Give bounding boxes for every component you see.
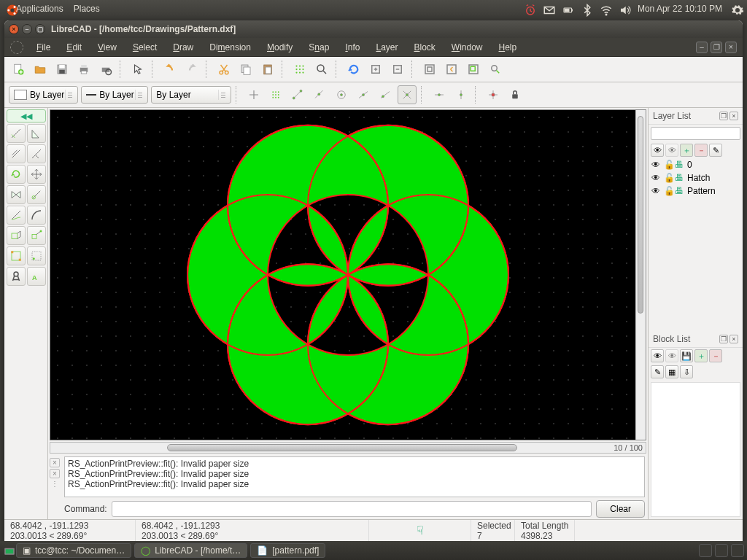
gear-icon[interactable] xyxy=(731,4,741,14)
tool-measure[interactable] xyxy=(7,267,26,286)
tool-rotate[interactable] xyxy=(7,165,26,184)
layer-remove-button[interactable]: － xyxy=(694,144,708,157)
menu-file[interactable]: File xyxy=(29,40,58,55)
tool-line[interactable] xyxy=(7,124,26,143)
tool-mirror[interactable] xyxy=(7,185,26,204)
restrict-horiz-button[interactable] xyxy=(430,85,449,104)
copy-button[interactable] xyxy=(236,60,255,79)
layer-showall-button[interactable]: 👁 xyxy=(651,144,664,157)
tool-arc[interactable] xyxy=(27,206,46,225)
undo-button[interactable] xyxy=(160,60,179,79)
tool-trim[interactable] xyxy=(7,206,26,225)
snap-intersection-button[interactable] xyxy=(398,85,417,104)
print-button[interactable] xyxy=(74,60,93,79)
redraw-button[interactable] xyxy=(344,60,363,79)
block-rename-button[interactable]: ✎ xyxy=(651,365,664,378)
tool-angle[interactable] xyxy=(27,124,46,143)
tool-text[interactable]: A xyxy=(27,267,46,286)
task-terminal[interactable]: ▣tcc@tcc: ~/Documen… xyxy=(16,543,131,558)
menu-layer[interactable]: Layer xyxy=(368,40,405,55)
tool-offset[interactable] xyxy=(27,246,46,265)
menu-places[interactable]: Places xyxy=(74,4,100,14)
tool-move[interactable] xyxy=(27,165,46,184)
volume-icon[interactable] xyxy=(619,4,629,14)
layer-filter-input[interactable] xyxy=(651,127,740,140)
tray-icon[interactable] xyxy=(731,544,744,557)
zoom-auto-button[interactable] xyxy=(420,60,439,79)
linetype-combo[interactable]: By Layer xyxy=(81,86,148,104)
block-remove-button[interactable]: － xyxy=(709,349,722,362)
panel-undock-icon[interactable]: ❐ xyxy=(719,335,728,343)
snap-middle-button[interactable] xyxy=(354,85,373,104)
tool-perp[interactable] xyxy=(27,144,46,163)
panel-undock-icon[interactable]: ❐ xyxy=(719,112,728,120)
tool-scale[interactable] xyxy=(27,185,46,204)
color-combo[interactable]: By Layer xyxy=(9,86,78,104)
layer-hideall-button[interactable]: 👁 xyxy=(665,144,678,157)
restrict-vert-button[interactable] xyxy=(452,85,471,104)
zoom-button[interactable] xyxy=(312,60,331,79)
window-minimize-button[interactable]: – xyxy=(22,24,32,34)
log-close-icon[interactable]: × xyxy=(50,458,60,467)
menu-modify[interactable]: Modify xyxy=(260,40,300,55)
layer-item[interactable]: 👁🔓🖶0 xyxy=(649,158,743,171)
tool-bound[interactable] xyxy=(7,246,26,265)
open-button[interactable] xyxy=(31,60,50,79)
menu-info[interactable]: Info xyxy=(338,40,367,55)
menu-edit[interactable]: Edit xyxy=(59,40,89,55)
save-button[interactable] xyxy=(53,60,71,79)
layer-add-button[interactable]: ＋ xyxy=(680,144,693,157)
new-button[interactable] xyxy=(9,60,28,79)
zoom-out-button[interactable] xyxy=(388,60,407,79)
zoom-in-button[interactable] xyxy=(366,60,385,79)
redo-button[interactable] xyxy=(182,60,201,79)
menu-window[interactable]: Window xyxy=(444,40,490,55)
bluetooth-icon[interactable] xyxy=(581,4,591,14)
pointer-button[interactable] xyxy=(128,60,147,79)
panel-close-icon[interactable]: × xyxy=(729,112,738,120)
vertical-scrollbar[interactable] xyxy=(635,110,646,440)
zoom-window-button[interactable] xyxy=(464,60,483,79)
paste-button[interactable] xyxy=(258,60,277,79)
block-add-button[interactable]: ＋ xyxy=(694,349,708,362)
block-save-button[interactable]: 💾 xyxy=(680,349,693,362)
snap-free-button[interactable] xyxy=(244,85,263,104)
relative-zero-button[interactable] xyxy=(484,85,503,104)
clock[interactable]: Mon Apr 22 10:10 PM xyxy=(638,4,722,14)
block-edit-button[interactable]: ▦ xyxy=(665,365,678,378)
menu-applications[interactable]: Applications xyxy=(16,4,63,14)
tool-align[interactable] xyxy=(27,226,46,245)
titlebar[interactable]: × – ▢ LibreCAD - [/home/tcc/Drawings/Pat… xyxy=(4,20,743,38)
mdi-restore-icon[interactable]: ❐ xyxy=(711,42,722,53)
horizontal-scrollbar[interactable]: 10 / 100 xyxy=(50,442,646,454)
snap-on-entity-button[interactable] xyxy=(310,85,329,104)
tool-parallel[interactable] xyxy=(7,144,26,163)
snap-center-button[interactable] xyxy=(332,85,351,104)
tray-icon[interactable] xyxy=(715,544,728,557)
menu-help[interactable]: Help xyxy=(492,40,525,55)
snap-grid-button[interactable] xyxy=(266,85,285,104)
layer-item[interactable]: 👁🔓🖶Hatch xyxy=(649,171,743,184)
menu-select[interactable]: Select xyxy=(125,40,164,55)
drawing-canvas[interactable] xyxy=(50,109,646,440)
window-close-button[interactable]: × xyxy=(9,24,19,34)
show-desktop-icon[interactable] xyxy=(3,545,13,556)
window-maximize-button[interactable]: ▢ xyxy=(35,24,45,34)
panel-close-icon[interactable]: × xyxy=(729,335,738,343)
grid-button[interactable] xyxy=(290,60,309,79)
menu-snap[interactable]: Snap xyxy=(301,40,336,55)
zoom-pan-button[interactable] xyxy=(486,60,505,79)
linewidth-combo[interactable]: By Layer xyxy=(151,86,231,104)
mdi-minimize-icon[interactable]: – xyxy=(696,42,708,53)
task-pdf[interactable]: 📄[pattern.pdf] xyxy=(250,543,325,558)
menu-dimension[interactable]: Dimension xyxy=(202,40,258,55)
wifi-icon[interactable] xyxy=(600,4,610,14)
block-hideall-button[interactable]: 👁 xyxy=(665,349,678,362)
menu-view[interactable]: View xyxy=(90,40,124,55)
layer-panel-header[interactable]: Layer List ❐× xyxy=(649,108,743,125)
print-preview-button[interactable] xyxy=(96,60,115,79)
clear-button[interactable]: Clear xyxy=(596,500,645,518)
menu-block[interactable]: Block xyxy=(406,40,442,55)
menu-draw[interactable]: Draw xyxy=(166,40,201,55)
snap-dist-button[interactable] xyxy=(376,85,395,104)
